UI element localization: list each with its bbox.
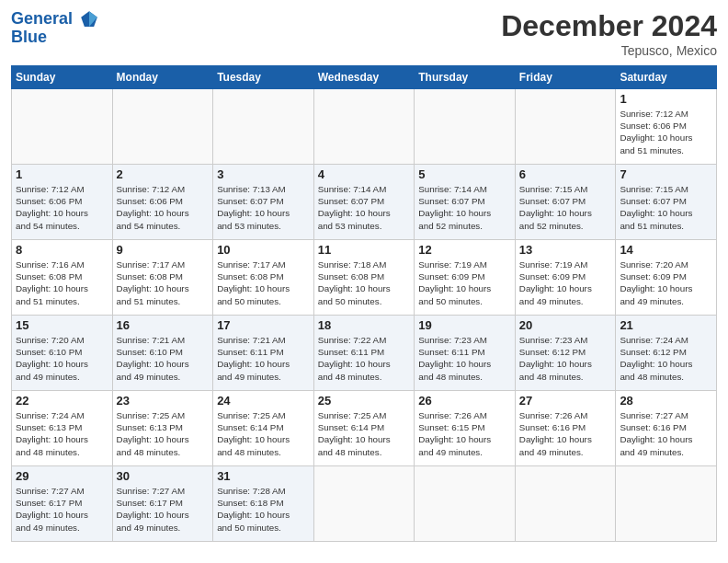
day-info: Sunrise: 7:27 AM Sunset: 6:17 PM Dayligh… xyxy=(117,485,210,534)
day-info: Sunrise: 7:23 AM Sunset: 6:11 PM Dayligh… xyxy=(418,334,511,383)
day-number: 21 xyxy=(620,318,712,332)
calendar-week-row: 29Sunrise: 7:27 AM Sunset: 6:17 PM Dayli… xyxy=(12,466,717,542)
day-info: Sunrise: 7:27 AM Sunset: 6:16 PM Dayligh… xyxy=(620,409,712,458)
calendar-cell xyxy=(415,466,516,542)
day-of-week-header: Friday xyxy=(515,66,616,89)
day-number: 2 xyxy=(117,167,210,181)
calendar-cell: 12Sunrise: 7:19 AM Sunset: 6:09 PM Dayli… xyxy=(415,240,516,316)
calendar-cell: 8Sunrise: 7:16 AM Sunset: 6:08 PM Daylig… xyxy=(12,240,113,316)
calendar-header-row: SundayMondayTuesdayWednesdayThursdayFrid… xyxy=(12,66,717,89)
day-info: Sunrise: 7:26 AM Sunset: 6:16 PM Dayligh… xyxy=(519,409,612,458)
calendar-cell xyxy=(415,89,516,165)
day-number: 16 xyxy=(117,318,210,332)
day-info: Sunrise: 7:14 AM Sunset: 6:07 PM Dayligh… xyxy=(318,183,411,232)
calendar-cell xyxy=(213,89,314,165)
calendar-cell: 16Sunrise: 7:21 AM Sunset: 6:10 PM Dayli… xyxy=(112,316,213,391)
calendar-week-row: 1Sunrise: 7:12 AM Sunset: 6:06 PM Daylig… xyxy=(12,165,717,240)
calendar-cell: 5Sunrise: 7:14 AM Sunset: 6:07 PM Daylig… xyxy=(415,165,516,240)
day-info: Sunrise: 7:25 AM Sunset: 6:14 PM Dayligh… xyxy=(318,409,411,458)
day-of-week-header: Tuesday xyxy=(213,66,314,89)
day-info: Sunrise: 7:26 AM Sunset: 6:15 PM Dayligh… xyxy=(418,409,511,458)
day-number: 19 xyxy=(418,318,511,332)
calendar-cell: 15Sunrise: 7:20 AM Sunset: 6:10 PM Dayli… xyxy=(12,316,113,391)
calendar-cell xyxy=(12,89,113,165)
day-number: 14 xyxy=(620,243,712,257)
logo-blue: Blue xyxy=(11,28,99,47)
day-info: Sunrise: 7:14 AM Sunset: 6:07 PM Dayligh… xyxy=(418,183,511,232)
day-number: 1 xyxy=(16,167,108,181)
calendar-cell: 13Sunrise: 7:19 AM Sunset: 6:09 PM Dayli… xyxy=(515,240,616,316)
day-number: 8 xyxy=(16,243,108,257)
day-number: 22 xyxy=(16,394,108,408)
calendar-cell: 6Sunrise: 7:15 AM Sunset: 6:07 PM Daylig… xyxy=(515,165,616,240)
day-info: Sunrise: 7:19 AM Sunset: 6:09 PM Dayligh… xyxy=(418,259,511,307)
calendar-cell: 4Sunrise: 7:14 AM Sunset: 6:07 PM Daylig… xyxy=(313,165,415,240)
day-info: Sunrise: 7:18 AM Sunset: 6:08 PM Dayligh… xyxy=(318,259,411,307)
day-of-week-header: Sunday xyxy=(12,66,113,89)
calendar-cell: 10Sunrise: 7:17 AM Sunset: 6:08 PM Dayli… xyxy=(213,240,314,316)
calendar-cell: 27Sunrise: 7:26 AM Sunset: 6:16 PM Dayli… xyxy=(515,391,616,466)
calendar-week-row: 22Sunrise: 7:24 AM Sunset: 6:13 PM Dayli… xyxy=(12,391,717,466)
day-info: Sunrise: 7:27 AM Sunset: 6:17 PM Dayligh… xyxy=(16,485,108,534)
day-number: 1 xyxy=(620,92,712,106)
day-number: 27 xyxy=(519,394,612,408)
day-number: 23 xyxy=(117,394,210,408)
day-info: Sunrise: 7:12 AM Sunset: 6:06 PM Dayligh… xyxy=(16,183,108,232)
day-info: Sunrise: 7:22 AM Sunset: 6:11 PM Dayligh… xyxy=(318,334,411,383)
day-number: 17 xyxy=(217,318,310,332)
day-number: 15 xyxy=(16,318,108,332)
day-info: Sunrise: 7:12 AM Sunset: 6:06 PM Dayligh… xyxy=(620,108,712,156)
day-info: Sunrise: 7:13 AM Sunset: 6:07 PM Dayligh… xyxy=(217,183,310,232)
page-header: General Blue December 2024 Tepusco, Mexi… xyxy=(11,9,717,58)
day-number: 28 xyxy=(620,394,712,408)
day-number: 25 xyxy=(318,394,411,408)
day-number: 11 xyxy=(318,243,411,257)
day-info: Sunrise: 7:16 AM Sunset: 6:08 PM Dayligh… xyxy=(16,259,108,307)
day-number: 7 xyxy=(620,167,712,181)
calendar-cell: 2Sunrise: 7:12 AM Sunset: 6:06 PM Daylig… xyxy=(112,165,213,240)
calendar-week-row: 1Sunrise: 7:12 AM Sunset: 6:06 PM Daylig… xyxy=(12,89,717,165)
calendar-cell: 17Sunrise: 7:21 AM Sunset: 6:11 PM Dayli… xyxy=(213,316,314,391)
calendar-cell xyxy=(515,89,616,165)
calendar-cell: 28Sunrise: 7:27 AM Sunset: 6:16 PM Dayli… xyxy=(616,391,717,466)
day-number: 24 xyxy=(217,394,310,408)
logo-text: General xyxy=(11,9,99,29)
day-number: 5 xyxy=(418,167,511,181)
day-number: 31 xyxy=(217,469,310,483)
day-number: 29 xyxy=(16,469,108,483)
day-info: Sunrise: 7:17 AM Sunset: 6:08 PM Dayligh… xyxy=(117,259,210,307)
day-number: 9 xyxy=(117,243,210,257)
month-title: December 2024 xyxy=(501,9,717,43)
calendar-cell: 9Sunrise: 7:17 AM Sunset: 6:08 PM Daylig… xyxy=(112,240,213,316)
day-number: 30 xyxy=(117,469,210,483)
day-info: Sunrise: 7:28 AM Sunset: 6:18 PM Dayligh… xyxy=(217,485,310,534)
calendar-cell: 7Sunrise: 7:15 AM Sunset: 6:07 PM Daylig… xyxy=(616,165,717,240)
day-info: Sunrise: 7:15 AM Sunset: 6:07 PM Dayligh… xyxy=(519,183,612,232)
calendar-cell: 31Sunrise: 7:28 AM Sunset: 6:18 PM Dayli… xyxy=(213,466,314,542)
calendar-cell: 26Sunrise: 7:26 AM Sunset: 6:15 PM Dayli… xyxy=(415,391,516,466)
day-number: 6 xyxy=(519,167,612,181)
calendar-cell xyxy=(112,89,213,165)
calendar-cell: 1Sunrise: 7:12 AM Sunset: 6:06 PM Daylig… xyxy=(12,165,113,240)
calendar-cell: 18Sunrise: 7:22 AM Sunset: 6:11 PM Dayli… xyxy=(313,316,415,391)
calendar-cell: 22Sunrise: 7:24 AM Sunset: 6:13 PM Dayli… xyxy=(12,391,113,466)
day-number: 13 xyxy=(519,243,612,257)
day-info: Sunrise: 7:17 AM Sunset: 6:08 PM Dayligh… xyxy=(217,259,310,307)
day-number: 3 xyxy=(217,167,310,181)
calendar-table: SundayMondayTuesdayWednesdayThursdayFrid… xyxy=(11,65,717,542)
day-info: Sunrise: 7:20 AM Sunset: 6:10 PM Dayligh… xyxy=(16,334,108,383)
logo: General Blue xyxy=(11,9,99,47)
day-number: 12 xyxy=(418,243,511,257)
calendar-week-row: 8Sunrise: 7:16 AM Sunset: 6:08 PM Daylig… xyxy=(12,240,717,316)
day-number: 26 xyxy=(418,394,511,408)
calendar-cell: 19Sunrise: 7:23 AM Sunset: 6:11 PM Dayli… xyxy=(415,316,516,391)
calendar-cell: 25Sunrise: 7:25 AM Sunset: 6:14 PM Dayli… xyxy=(313,391,415,466)
day-number: 18 xyxy=(318,318,411,332)
location: Tepusco, Mexico xyxy=(501,43,717,58)
calendar-cell: 11Sunrise: 7:18 AM Sunset: 6:08 PM Dayli… xyxy=(313,240,415,316)
calendar-cell: 30Sunrise: 7:27 AM Sunset: 6:17 PM Dayli… xyxy=(112,466,213,542)
calendar-cell: 1Sunrise: 7:12 AM Sunset: 6:06 PM Daylig… xyxy=(616,89,717,165)
calendar-week-row: 15Sunrise: 7:20 AM Sunset: 6:10 PM Dayli… xyxy=(12,316,717,391)
calendar-cell: 3Sunrise: 7:13 AM Sunset: 6:07 PM Daylig… xyxy=(213,165,314,240)
day-number: 10 xyxy=(217,243,310,257)
